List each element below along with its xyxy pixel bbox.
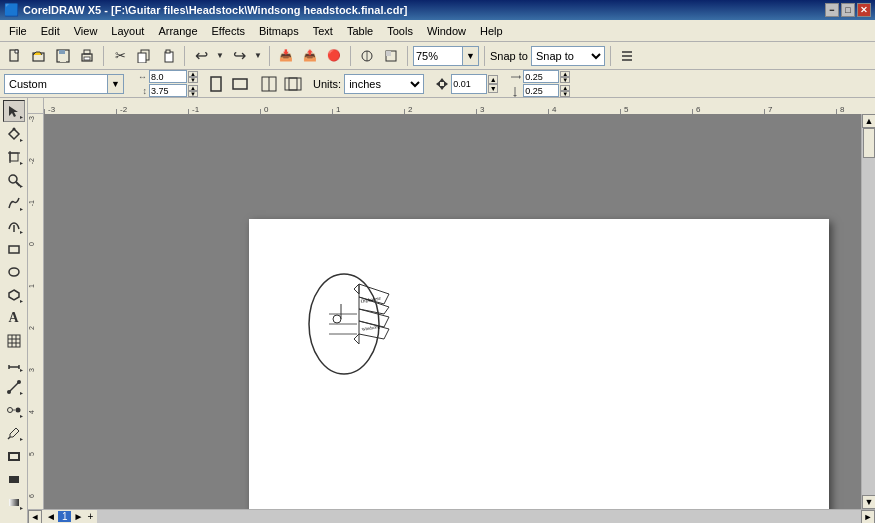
menu-file[interactable]: File xyxy=(2,23,34,39)
fill-tool[interactable] xyxy=(3,468,25,490)
blend-tool[interactable]: ▸ xyxy=(3,399,25,421)
scroll-v-thumb[interactable] xyxy=(863,128,875,158)
snap-select[interactable]: Snap to Grid Guidelines xyxy=(531,46,605,66)
ruler-tick-h-9: 6 xyxy=(696,105,700,114)
dimension-tool[interactable]: ▸ xyxy=(3,353,25,375)
height-spinbox: ▲ ▼ xyxy=(188,85,198,97)
canvas-scroll[interactable]: Orphalese Windsong ▲ xyxy=(44,114,875,509)
nudge-spinbox: ▲ ▼ xyxy=(488,75,498,93)
menu-window[interactable]: Window xyxy=(420,23,473,39)
redo-button[interactable]: ↪ xyxy=(228,45,250,67)
dup-x-down[interactable]: ▼ xyxy=(560,77,570,83)
redo-dropdown[interactable]: ▼ xyxy=(252,45,264,67)
minimize-button[interactable]: − xyxy=(825,3,839,17)
undo-button[interactable]: ↩ xyxy=(190,45,212,67)
zoom-dropdown-arrow[interactable]: ▼ xyxy=(463,46,479,66)
height-input[interactable]: 3.75 xyxy=(149,84,187,97)
page-add[interactable]: + xyxy=(85,511,95,522)
menu-tools[interactable]: Tools xyxy=(380,23,420,39)
dup-x-input[interactable]: 0.25 xyxy=(523,70,559,83)
dup-x-row: 0.25 ▲ ▼ xyxy=(509,70,570,83)
copy-button[interactable] xyxy=(133,45,155,67)
text-tool[interactable]: A xyxy=(3,307,25,329)
new-button[interactable] xyxy=(4,45,26,67)
all-pages-btn[interactable] xyxy=(282,73,304,95)
shape-tool[interactable]: ▸ xyxy=(3,123,25,145)
canvas-body: -3-2-10123456 xyxy=(28,114,875,509)
ruler-tick-v-1: -2 xyxy=(28,158,35,164)
zoom-tool[interactable]: ▸ xyxy=(3,169,25,191)
menu-table[interactable]: Table xyxy=(340,23,380,39)
nudge-icon xyxy=(435,77,449,91)
rectangle-tool[interactable] xyxy=(3,238,25,260)
smart-fill-tool[interactable]: ▸ xyxy=(3,215,25,237)
menu-arrange[interactable]: Arrange xyxy=(151,23,204,39)
scroll-up[interactable]: ▲ xyxy=(862,114,875,128)
page-size-select[interactable]: Custom ▼ xyxy=(4,74,124,94)
eyedropper-tool[interactable]: ▸ xyxy=(3,422,25,444)
page-dimensions: ↔ 8.0 ▲ ▼ ↕ 3.75 ▲ ▼ xyxy=(133,70,198,97)
dup-y-row: 0.25 ▲ ▼ xyxy=(509,84,570,97)
view-mode-btn[interactable] xyxy=(380,45,402,67)
width-down[interactable]: ▼ xyxy=(188,77,198,83)
options-button[interactable] xyxy=(616,45,638,67)
menu-layout[interactable]: Layout xyxy=(104,23,151,39)
width-input[interactable]: 8.0 xyxy=(149,70,187,83)
pointer-tool[interactable]: ▸ xyxy=(3,100,25,122)
freehand-tool[interactable]: ▸ xyxy=(3,192,25,214)
outline-tool[interactable] xyxy=(3,445,25,467)
scroll-down[interactable]: ▼ xyxy=(862,495,875,509)
interactive-fill-tool[interactable]: ▸ xyxy=(3,491,25,513)
menu-edit[interactable]: Edit xyxy=(34,23,67,39)
page-1[interactable]: 1 xyxy=(58,511,72,522)
menu-bitmaps[interactable]: Bitmaps xyxy=(252,23,306,39)
crop-tool[interactable]: ▸ xyxy=(3,146,25,168)
cut-button[interactable]: ✂ xyxy=(109,45,131,67)
menu-effects[interactable]: Effects xyxy=(205,23,252,39)
publish-button[interactable]: 🔴 xyxy=(323,45,345,67)
paste-button[interactable] xyxy=(157,45,179,67)
save-button[interactable] xyxy=(52,45,74,67)
connector-tool[interactable]: ▸ xyxy=(3,376,25,398)
dup-y-down[interactable]: ▼ xyxy=(560,91,570,97)
open-button[interactable] xyxy=(28,45,50,67)
menu-help[interactable]: Help xyxy=(473,23,510,39)
page-size-arrow[interactable]: ▼ xyxy=(107,75,123,93)
polygon-tool[interactable]: ▸ xyxy=(3,284,25,306)
export-button[interactable]: 📤 xyxy=(299,45,321,67)
ruler-tick-h-11: 8 xyxy=(840,105,844,114)
zoom-input[interactable]: 75% xyxy=(413,46,463,66)
undo-dropdown[interactable]: ▼ xyxy=(214,45,226,67)
maximize-button[interactable]: □ xyxy=(841,3,855,17)
import-button[interactable]: 📥 xyxy=(275,45,297,67)
height-down[interactable]: ▼ xyxy=(188,91,198,97)
units-select[interactable]: inches mm cm pixels xyxy=(344,74,424,94)
nudge-down[interactable]: ▼ xyxy=(488,84,498,93)
ruler-row: -3-2-1012345678 xyxy=(28,98,875,114)
portrait-button[interactable] xyxy=(205,73,227,95)
landscape-button[interactable] xyxy=(229,73,251,95)
menu-view[interactable]: View xyxy=(67,23,105,39)
nudge-group: 0.01 ▲ ▼ xyxy=(435,74,498,94)
dup-y-input[interactable]: 0.25 xyxy=(523,84,559,97)
print-button[interactable] xyxy=(76,45,98,67)
svg-rect-19 xyxy=(211,77,221,91)
nudge-input[interactable]: 0.01 xyxy=(451,74,487,94)
page-prev[interactable]: ◄ xyxy=(44,511,58,522)
close-button[interactable]: ✕ xyxy=(857,3,871,17)
table-tool[interactable] xyxy=(3,330,25,352)
current-page-btn[interactable] xyxy=(258,73,280,95)
menu-text[interactable]: Text xyxy=(306,23,340,39)
scroll-h-track[interactable] xyxy=(97,510,861,523)
scroll-left[interactable]: ◄ xyxy=(28,510,42,524)
scroll-v-track[interactable] xyxy=(862,128,875,495)
page-next[interactable]: ► xyxy=(71,511,85,522)
separator2 xyxy=(184,46,185,66)
svg-rect-20 xyxy=(233,79,247,89)
scroll-right[interactable]: ► xyxy=(861,510,875,524)
ellipse-tool[interactable] xyxy=(3,261,25,283)
width-row: ↔ 8.0 ▲ ▼ xyxy=(133,70,198,83)
view-dropdown[interactable] xyxy=(356,45,378,67)
nudge-up[interactable]: ▲ xyxy=(488,75,498,84)
menu-bar: File Edit View Layout Arrange Effects Bi… xyxy=(0,20,875,42)
